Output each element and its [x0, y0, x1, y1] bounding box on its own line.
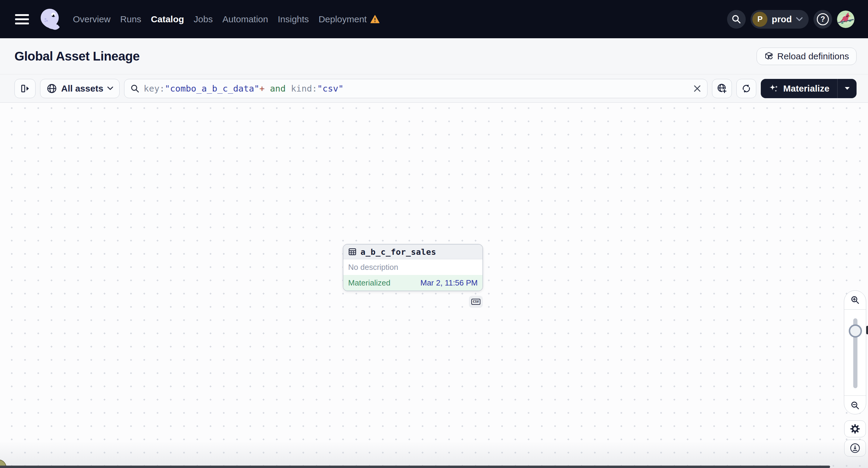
reload-definitions-label: Reload definitions — [777, 51, 849, 61]
materialize-split-button: Materialize — [761, 79, 857, 98]
export-graph-button[interactable] — [844, 440, 866, 457]
graph-settings-button[interactable] — [844, 420, 866, 437]
global-search-button[interactable] — [727, 10, 746, 29]
env-avatar: P — [752, 12, 767, 27]
asset-description: No description — [343, 259, 483, 275]
asset-search-input[interactable]: key:"combo_a_b_c_data"+ and kind:"csv" — [124, 79, 708, 98]
help-button[interactable]: ? — [813, 10, 832, 29]
zoom-control — [844, 290, 866, 414]
query-string-token: "combo_a_b_c_data" — [165, 84, 259, 94]
nav-automation[interactable]: Automation — [222, 14, 268, 24]
nav-deployment-label: Deployment — [319, 14, 367, 24]
chevron-down-icon — [107, 87, 113, 90]
globe-icon — [46, 83, 57, 94]
query-key-token: key: — [144, 84, 165, 94]
topbar-right-cluster: P prod ? — [727, 10, 855, 29]
table-icon — [348, 248, 356, 256]
nav-deployment[interactable]: Deployment — [319, 14, 380, 24]
asset-status-row: Materialized Mar 2, 11:56 PM — [343, 275, 483, 291]
download-icon — [849, 443, 861, 454]
nav-jobs[interactable]: Jobs — [194, 14, 213, 24]
asset-scope-dropdown[interactable]: All assets — [40, 79, 120, 98]
asset-node[interactable]: a_b_c_for_sales No description Materiali… — [343, 244, 483, 291]
zoom-in-icon — [850, 295, 860, 305]
bottom-edge-bar — [0, 466, 830, 468]
right-edge-artifact — [866, 326, 868, 334]
nav-catalog[interactable]: Catalog — [151, 14, 184, 24]
query-csv-token: "csv" — [317, 84, 343, 94]
refresh-graph-button[interactable] — [736, 79, 756, 98]
materialize-label: Materialize — [783, 84, 830, 94]
warning-triangle-icon — [370, 15, 380, 24]
query-plus-token: + — [259, 84, 265, 94]
search-query-text: key:"combo_a_b_c_data"+ and kind:"csv" — [144, 84, 689, 94]
query-and-token: and — [265, 84, 291, 94]
search-icon — [130, 84, 140, 93]
zoom-slider-handle[interactable] — [849, 324, 862, 338]
clear-search-icon[interactable] — [693, 85, 701, 92]
materialization-timestamp[interactable]: Mar 2, 11:56 PM — [421, 278, 478, 288]
chevron-down-icon — [796, 17, 803, 21]
main-nav: Overview Runs Catalog Jobs Automation In… — [73, 14, 380, 24]
nav-runs[interactable]: Runs — [120, 14, 141, 24]
status-badge: Materialized — [348, 278, 390, 288]
zoom-out-icon — [850, 401, 860, 410]
sparkles-icon — [769, 83, 779, 94]
top-navigation-bar: Overview Runs Catalog Jobs Automation In… — [0, 0, 868, 38]
reload-definitions-button[interactable]: Reload definitions — [756, 48, 857, 65]
dagster-logo-icon — [36, 5, 64, 33]
globe-plus-icon — [716, 83, 727, 94]
asset-name: a_b_c_for_sales — [361, 247, 436, 257]
zoom-out-button[interactable] — [844, 396, 866, 415]
nav-overview[interactable]: Overview — [73, 14, 111, 24]
external-assets-filter-button[interactable] — [712, 79, 732, 98]
csv-icon: CSV — [471, 299, 480, 305]
search-icon — [731, 14, 742, 24]
nav-insights[interactable]: Insights — [278, 14, 309, 24]
panel-expand-icon — [19, 83, 31, 94]
zoom-in-button[interactable] — [844, 291, 866, 310]
user-avatar[interactable] — [837, 10, 855, 28]
help-icon: ? — [817, 13, 829, 25]
reload-definitions-icon — [764, 52, 774, 61]
caret-down-icon — [845, 87, 849, 90]
env-label: prod — [772, 14, 792, 24]
page-header: Global Asset Lineage Reload definitions — [0, 38, 868, 74]
query-kind-token: kind: — [291, 84, 317, 94]
asset-scope-label: All assets — [61, 84, 103, 94]
materialize-button[interactable]: Materialize — [761, 79, 837, 98]
refresh-sync-icon — [741, 84, 751, 94]
open-sidebar-button[interactable] — [14, 79, 35, 98]
asset-node-header: a_b_c_for_sales — [343, 245, 483, 259]
lineage-graph-canvas[interactable]: a_b_c_for_sales No description Materiali… — [0, 103, 868, 468]
materialize-options-button[interactable] — [837, 79, 857, 98]
canvas-bottom-fade — [0, 441, 868, 468]
deployment-env-switcher[interactable]: P prod — [750, 10, 809, 29]
lineage-toolbar: All assets key:"combo_a_b_c_data"+ and k… — [0, 74, 868, 103]
hamburger-menu-icon[interactable] — [15, 14, 29, 24]
asset-kind-badge-csv[interactable]: CSV — [469, 296, 483, 308]
page-title: Global Asset Lineage — [14, 49, 140, 64]
gear-icon — [850, 424, 860, 434]
